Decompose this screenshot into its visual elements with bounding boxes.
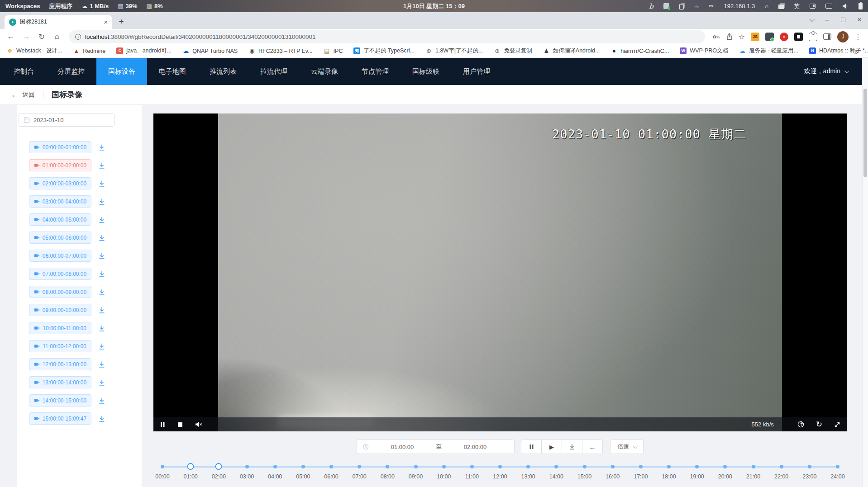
bookmark-item[interactable]: ▲ Redmine xyxy=(73,48,105,54)
page-scrollbar[interactable] xyxy=(862,58,868,487)
windows-tray-icon[interactable] xyxy=(778,5,784,9)
bookmark-item[interactable]: ☁ QNAP Turbo NAS xyxy=(182,48,238,54)
nav-tab[interactable]: 拉流代理 xyxy=(248,58,299,85)
bookmark-item[interactable]: ▤ IPC xyxy=(324,48,343,54)
bookmark-item[interactable]: ☁ 服务器 - 轻量应用... xyxy=(739,47,798,55)
extensions-puzzle-icon[interactable] xyxy=(809,33,817,41)
fullscreen-icon[interactable] xyxy=(834,421,840,428)
back-button[interactable]: 返回 xyxy=(22,91,35,99)
record-time-button[interactable]: 06:00:00-07:00:00 xyxy=(29,250,91,262)
minimize-button[interactable]: – xyxy=(825,16,829,24)
ip-address[interactable]: 192.168.1.3 xyxy=(724,3,755,9)
record-time-button[interactable]: 04:00:00-05:00:00 xyxy=(29,213,91,226)
record-time-button[interactable]: 15:00:00-15:09:47 xyxy=(29,412,91,425)
record-time-button[interactable]: 02:00:00-03:00:00 xyxy=(29,177,91,189)
end-time-value[interactable]: 02:00:00 xyxy=(442,444,509,450)
home-tray-icon[interactable]: ⌂ xyxy=(765,3,768,9)
download-record-button[interactable] xyxy=(562,440,582,454)
dark-extension-icon[interactable] xyxy=(794,33,803,41)
browser-menu-icon[interactable]: ⋮ xyxy=(854,33,862,41)
browser-tab[interactable]: ✦ 国标28181 × xyxy=(5,15,112,29)
nav-tab[interactable]: 控制台 xyxy=(2,58,46,85)
record-time-button[interactable]: 14:00:00-15:00:00 xyxy=(29,394,91,407)
video-player[interactable]: 2023-01-10 01:00:00 星期二 552 kb/s xyxy=(153,113,847,431)
download-icon[interactable] xyxy=(97,179,107,189)
profile-avatar[interactable]: J xyxy=(837,31,849,43)
date-picker-input[interactable]: 2023-01-10 xyxy=(19,113,114,127)
close-button[interactable]: × xyxy=(857,16,862,24)
download-icon[interactable] xyxy=(97,269,107,279)
side-panel-icon[interactable] xyxy=(823,33,831,40)
record-time-button[interactable]: 07:00:00-08:00:00 xyxy=(29,268,91,280)
start-time-value[interactable]: 01:00:00 xyxy=(369,444,436,450)
speed-dropdown[interactable]: 倍速 xyxy=(610,440,644,454)
applications-button[interactable]: 应用程序 xyxy=(49,2,72,10)
download-icon[interactable] xyxy=(97,233,107,243)
nav-tab[interactable]: 电子地图 xyxy=(147,58,198,85)
bookmark-item[interactable]: ♟ 如何编译Android... xyxy=(543,47,600,55)
input-method-indicator[interactable]: 英 xyxy=(794,2,800,10)
seek-back-button[interactable]: ← xyxy=(582,440,603,454)
clock[interactable]: 1月10日 星期二 15：09 xyxy=(403,2,465,10)
download-icon[interactable] xyxy=(97,197,107,207)
nav-tab[interactable]: 推流列表 xyxy=(198,58,248,85)
browser-reload-button[interactable]: ↻ xyxy=(35,30,48,43)
clipboard-tray-icon[interactable] xyxy=(679,4,684,9)
new-tab-button[interactable]: + xyxy=(115,15,128,28)
nav-tab[interactable]: 分屏监控 xyxy=(46,58,96,85)
js-extension-icon[interactable]: JS xyxy=(751,33,759,41)
download-icon[interactable] xyxy=(97,341,107,351)
back-arrow-icon[interactable]: ← xyxy=(11,90,19,99)
blocker-extension-icon[interactable]: × xyxy=(780,33,788,41)
nav-tab[interactable]: 国标级联 xyxy=(401,58,451,85)
phone-link-icon[interactable] xyxy=(810,4,816,9)
download-icon[interactable] xyxy=(97,215,107,225)
download-icon[interactable] xyxy=(97,142,107,152)
tab-close-icon[interactable]: × xyxy=(104,19,108,25)
bookmark-item[interactable]: ❖ Webstack - 设计... xyxy=(6,47,62,55)
time-range-input[interactable]: 01:00:00 至 02:00:00 xyxy=(357,440,515,454)
nav-tab[interactable]: 节点管理 xyxy=(350,58,401,85)
download-icon[interactable] xyxy=(97,378,107,388)
pause-button[interactable] xyxy=(521,440,542,454)
bookmark-item[interactable]: C java、android可... xyxy=(116,47,172,55)
nav-tab[interactable]: 云端录像 xyxy=(299,58,350,85)
bing-tray-icon[interactable]: b xyxy=(649,2,653,10)
browser-forward-button[interactable]: → xyxy=(20,30,33,43)
display-icon[interactable] xyxy=(825,4,832,9)
snapshot-icon[interactable] xyxy=(797,421,804,428)
record-time-button[interactable]: 13:00:00-14:00:00 xyxy=(29,376,91,388)
bookmark-item[interactable]: ◉ RFC2833 – RTP Ev... xyxy=(248,48,313,54)
record-time-button[interactable]: 05:00:00-06:00:00 xyxy=(29,232,91,244)
timeline-handle[interactable] xyxy=(187,463,194,470)
pen-tray-icon[interactable]: ✏ xyxy=(709,3,714,9)
download-icon[interactable] xyxy=(97,396,107,406)
record-time-button[interactable]: 08:00:00-09:00:00 xyxy=(29,286,91,298)
extension-icon[interactable] xyxy=(765,33,774,41)
share-icon[interactable] xyxy=(726,33,733,40)
download-icon[interactable] xyxy=(97,323,107,333)
record-time-button[interactable]: 11:00:00-12:00:00 xyxy=(29,340,91,352)
download-icon[interactable] xyxy=(97,414,107,424)
download-icon[interactable] xyxy=(97,251,107,261)
bookmark-item[interactable]: ● hairrrrr/C-CrashC... xyxy=(610,48,669,54)
user-menu[interactable]: 欢迎，admin xyxy=(804,58,860,85)
bookmark-item[interactable]: N HDAtmos :: 种子 *... xyxy=(809,47,868,55)
restore-button[interactable] xyxy=(841,18,845,22)
mute-icon[interactable] xyxy=(195,421,202,427)
bookmark-item[interactable]: 知 了不起的 TypeScri... xyxy=(353,47,415,55)
tab-search-icon[interactable] xyxy=(810,16,815,21)
browser-back-button[interactable]: ← xyxy=(5,30,17,43)
nav-tab[interactable]: 国标设备 xyxy=(96,58,147,85)
scrollbar-thumb[interactable] xyxy=(863,89,867,177)
stop-icon[interactable] xyxy=(177,422,183,427)
browser-home-button[interactable]: ⌂ xyxy=(51,30,63,43)
record-time-button[interactable]: 00:00:00-01:00:00 xyxy=(29,141,91,153)
record-time-button[interactable]: 09:00:00-10:00:00 xyxy=(29,304,91,316)
download-icon[interactable] xyxy=(97,161,107,170)
coffee-tray-icon[interactable]: ☕ xyxy=(694,3,699,9)
play-button[interactable]: ▶ xyxy=(541,440,562,454)
bookmark-star-icon[interactable]: ☆ xyxy=(739,33,745,41)
nav-tab[interactable]: 用户管理 xyxy=(451,58,502,85)
volume-icon[interactable] xyxy=(842,3,849,9)
